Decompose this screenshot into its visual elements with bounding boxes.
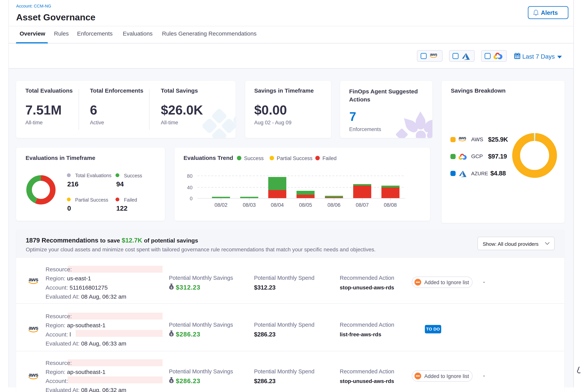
svg-text:$: $ [171,380,172,383]
svg-text:aws: aws [29,372,38,378]
svg-text:$: $ [171,286,172,289]
svg-text:aws: aws [29,325,38,331]
svg-text:aws: aws [459,136,466,140]
svg-text:aws: aws [430,53,437,56]
svg-text:aws: aws [29,277,38,282]
svg-text:$: $ [171,333,172,336]
